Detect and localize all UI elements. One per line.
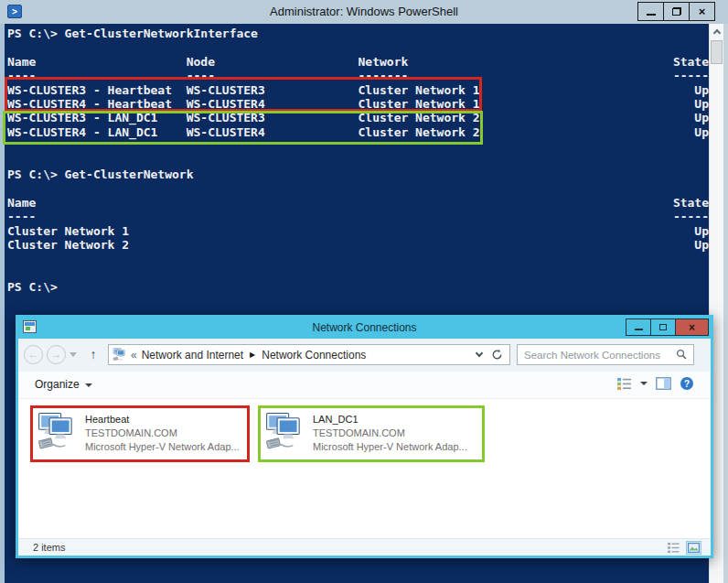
- back-button[interactable]: ←: [24, 345, 43, 364]
- breadcrumb[interactable]: « Network and Internet ▶ Network Connect…: [108, 344, 510, 365]
- toolbar: Organize ?: [18, 372, 711, 399]
- address-dropdown-icon[interactable]: [476, 350, 483, 357]
- powershell-title: Administrator: Windows PowerShell: [0, 0, 728, 24]
- network-adapter-icon: [37, 412, 79, 454]
- close-icon: ×: [689, 322, 695, 333]
- network-item-lan-dc1[interactable]: LAN_DC1 TESTDOMAIN.COM Microsoft Hyper-V…: [258, 405, 485, 462]
- file-list: Heartbeat TESTDOMAIN.COM Microsoft Hyper…: [18, 399, 711, 538]
- recent-locations-button[interactable]: [70, 352, 77, 357]
- up-button[interactable]: ↑: [84, 344, 102, 364]
- maximize-button[interactable]: [650, 318, 676, 336]
- restore-button[interactable]: [663, 2, 690, 21]
- search-box: [517, 344, 694, 365]
- explorer-title: Network Connections: [18, 318, 711, 339]
- refresh-icon[interactable]: [491, 349, 503, 361]
- status-bar: 2 items: [18, 538, 711, 556]
- chevron-up-icon: [712, 29, 720, 37]
- item-domain: TESTDOMAIN.COM: [313, 426, 467, 440]
- close-icon: ×: [699, 5, 706, 17]
- desktop: > Administrator: Windows PowerShell × PS…: [0, 0, 728, 583]
- view-options-button[interactable]: [616, 377, 632, 391]
- help-button[interactable]: ?: [680, 376, 694, 391]
- network-adapter-icon: [264, 412, 306, 454]
- powershell-right-border: [723, 24, 728, 583]
- minimize-button[interactable]: [626, 318, 651, 336]
- details-view-button[interactable]: [667, 542, 680, 554]
- close-button[interactable]: ×: [675, 318, 709, 336]
- network-item-heartbeat[interactable]: Heartbeat TESTDOMAIN.COM Microsoft Hyper…: [30, 405, 250, 462]
- organize-button[interactable]: Organize: [35, 378, 92, 391]
- maximize-icon: [659, 324, 667, 330]
- item-count: 2 items: [33, 542, 65, 553]
- forward-button[interactable]: →: [47, 345, 66, 364]
- crumb-network-and-internet[interactable]: Network and Internet: [142, 349, 243, 362]
- console-output: PS C:\> Get-ClusterNetworkInterface Name…: [7, 27, 716, 295]
- lan-rows-highlight-box: [3, 111, 483, 145]
- thumbnail-view-icon: [688, 543, 700, 553]
- explorer-titlebar: Network Connections ×: [18, 318, 711, 339]
- scrollbar-thumb[interactable]: [711, 40, 723, 64]
- breadcrumb-overflow-icon[interactable]: «: [131, 349, 137, 362]
- restore-icon: [672, 7, 681, 16]
- minimize-icon: [647, 14, 656, 16]
- address-bar: ← → ↑ « Network and Internet ▶ Network C…: [18, 339, 711, 372]
- powershell-titlebar: > Administrator: Windows PowerShell ×: [0, 0, 728, 24]
- network-connections-window: Network Connections × ← → ↑ « Network an…: [16, 315, 713, 558]
- item-device: Microsoft Hyper-V Network Adap...: [85, 440, 240, 454]
- item-name: Heartbeat: [85, 413, 240, 426]
- scroll-up-button[interactable]: [710, 24, 723, 39]
- chevron-down-icon: [85, 383, 92, 387]
- search-input[interactable]: [518, 350, 676, 361]
- item-name: LAN_DC1: [313, 413, 467, 426]
- svg-text:?: ?: [684, 379, 690, 389]
- view-options-dropdown-icon[interactable]: [640, 382, 648, 385]
- crumb-network-connections[interactable]: Network Connections: [262, 349, 366, 362]
- minimize-icon: [635, 329, 643, 330]
- thumbnail-view-button[interactable]: [686, 541, 701, 555]
- heartbeat-rows-highlight-box: [5, 77, 482, 112]
- breadcrumb-separator-icon[interactable]: ▶: [250, 351, 255, 359]
- preview-pane-button[interactable]: [656, 377, 671, 390]
- search-icon[interactable]: [676, 349, 688, 361]
- item-device: Microsoft Hyper-V Network Adap...: [313, 440, 467, 454]
- item-domain: TESTDOMAIN.COM: [85, 426, 240, 440]
- breadcrumb-location-icon: [112, 348, 127, 362]
- minimize-button[interactable]: [637, 2, 664, 21]
- close-button[interactable]: ×: [689, 2, 715, 21]
